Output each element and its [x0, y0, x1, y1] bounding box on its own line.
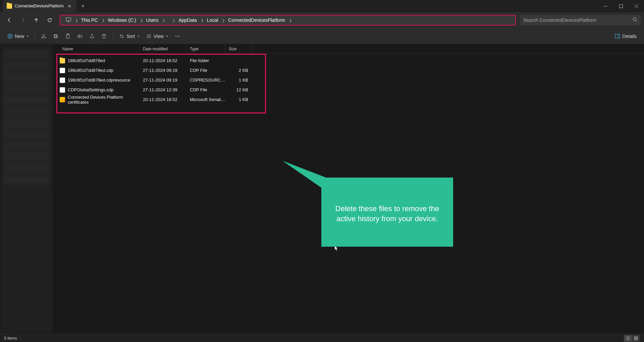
file-date: 20-11-2024 16:52	[140, 97, 186, 102]
close-window-button[interactable]	[629, 0, 644, 12]
search-box[interactable]	[520, 15, 641, 26]
sort-label: Sort	[126, 34, 135, 39]
svg-rect-4	[66, 18, 71, 21]
breadcrumb-segment[interactable]: Local	[204, 16, 221, 24]
window-tab[interactable]: ConnectedDevicesPlatform ✕	[3, 0, 76, 12]
file-name: 198c8f1d7dd878ed.cdp	[68, 68, 113, 73]
column-headers: ⌃ Name Date modified Type Size	[53, 44, 644, 54]
file-size: 2 KB	[225, 68, 252, 73]
svg-rect-18	[66, 34, 69, 38]
svg-line-15	[42, 34, 45, 37]
cursor-icon	[335, 246, 339, 252]
file-type: Microsoft Serialise...	[186, 97, 225, 102]
file-row[interactable]: 198c8f1d7dd878ed20-11-2024 16:52File fol…	[53, 56, 644, 65]
chevron-right-icon[interactable]: ❯	[74, 18, 78, 22]
navigation-bar: ❯ This PC❯ Windows (C:)❯ Users❯ ❯ AppDat…	[0, 12, 644, 28]
file-list-area: ⌃ Name Date modified Type Size 198c8f1d7…	[53, 44, 644, 334]
file-row[interactable]: CDPGlobalSettings.cdp27-11-2024 12:39CDP…	[53, 85, 644, 95]
file-row[interactable]: 198c8f1d7dd878ed.cdp27-11-2024 09:19CDP …	[53, 65, 644, 75]
file-name: CDPGlobalSettings.cdp	[68, 87, 114, 92]
refresh-button[interactable]	[44, 14, 56, 26]
tab-close-button[interactable]: ✕	[66, 3, 73, 9]
up-button[interactable]	[30, 14, 42, 26]
file-size: 1 KB	[225, 97, 252, 102]
tab-title: ConnectedDevicesPlatform	[15, 4, 63, 8]
minimize-button[interactable]	[598, 0, 613, 12]
breadcrumb-segment[interactable]: AppData	[176, 16, 199, 24]
status-bar: 5 items	[0, 334, 644, 342]
svg-rect-16	[54, 35, 57, 37]
new-tab-button[interactable]: +	[76, 3, 89, 9]
svg-line-14	[43, 34, 45, 37]
separator	[113, 32, 113, 40]
details-pane-button[interactable]: Details	[612, 31, 639, 42]
column-header-date[interactable]: Date modified	[140, 44, 186, 53]
file-type: File folder	[186, 58, 225, 63]
command-bar: New ▾ Sort ▾ View ▾ Details	[0, 28, 644, 44]
details-view-toggle[interactable]	[624, 335, 632, 342]
breadcrumb-segment[interactable]: Windows (C:)	[105, 16, 139, 24]
breadcrumb-segment-redacted[interactable]	[166, 19, 171, 21]
rename-button[interactable]	[74, 31, 85, 42]
pc-icon[interactable]	[63, 16, 74, 25]
more-button[interactable]	[172, 31, 183, 42]
annotation-text: Delete these files to remove the active …	[321, 178, 453, 224]
file-date: 27-11-2024 09:19	[140, 78, 186, 83]
view-label: View	[154, 34, 164, 39]
chevron-right-icon[interactable]: ❯	[221, 18, 225, 22]
annotation-callout: Delete these files to remove the active …	[321, 178, 453, 247]
main-area: ⌃ Name Date modified Type Size 198c8f1d7…	[0, 44, 644, 334]
svg-point-13	[44, 37, 46, 38]
back-button[interactable]	[3, 14, 15, 26]
share-button[interactable]	[87, 31, 97, 42]
forward-button[interactable]	[17, 14, 29, 26]
sort-indicator-icon: ⌃	[95, 44, 97, 47]
svg-point-27	[179, 36, 179, 36]
breadcrumb-segment[interactable]: Users	[144, 16, 161, 24]
svg-rect-38	[636, 339, 638, 340]
chevron-right-icon[interactable]: ❯	[162, 18, 166, 22]
new-label: New	[15, 34, 24, 39]
svg-rect-28	[615, 34, 620, 38]
sort-button[interactable]: Sort ▾	[116, 31, 142, 42]
file-list: 198c8f1d7dd878ed20-11-2024 16:52File fol…	[53, 54, 644, 104]
new-button[interactable]: New ▾	[5, 31, 31, 42]
svg-point-25	[175, 36, 176, 36]
breadcrumb-segment[interactable]: ConnectedDevicesPlatform	[225, 16, 288, 24]
chevron-right-icon[interactable]: ❯	[172, 18, 176, 22]
separator	[20, 336, 20, 341]
cert-icon	[60, 97, 65, 102]
search-input[interactable]	[523, 17, 630, 23]
cut-button[interactable]	[38, 31, 49, 42]
paste-button[interactable]	[62, 31, 73, 42]
view-button[interactable]: View ▾	[144, 31, 171, 42]
svg-line-8	[636, 20, 637, 22]
svg-point-7	[633, 18, 636, 21]
file-date: 27-11-2024 12:39	[140, 87, 186, 92]
column-header-size[interactable]: Size	[225, 44, 252, 53]
chevron-right-icon[interactable]: ❯	[101, 18, 105, 22]
file-row[interactable]: Connected Devices Platform certificates2…	[53, 95, 644, 104]
thumbnails-view-toggle[interactable]	[632, 335, 640, 342]
details-label: Details	[622, 34, 637, 39]
navigation-pane[interactable]	[0, 44, 53, 334]
search-icon[interactable]	[633, 17, 637, 23]
view-mode-toggles	[624, 335, 640, 342]
chevron-right-icon[interactable]: ❯	[288, 18, 292, 22]
file-name: 198c8f1d7dd878ed	[68, 58, 105, 63]
breadcrumb-segment[interactable]: This PC	[78, 16, 101, 24]
chevron-right-icon[interactable]: ❯	[140, 18, 144, 22]
delete-button[interactable]	[99, 31, 109, 42]
svg-rect-20	[78, 35, 82, 37]
column-header-type[interactable]: Type	[186, 44, 225, 53]
file-type: CDP File	[186, 87, 225, 92]
title-bar: ConnectedDevicesPlatform ✕ +	[0, 0, 644, 12]
copy-button[interactable]	[50, 31, 61, 42]
file-row[interactable]: 198c8f1d7dd878ed.cdpresource27-11-2024 0…	[53, 75, 644, 85]
separator	[35, 32, 35, 40]
column-header-name[interactable]: ⌃ Name	[53, 44, 140, 53]
svg-point-26	[177, 36, 178, 36]
chevron-right-icon[interactable]: ❯	[200, 18, 204, 22]
maximize-button[interactable]	[613, 0, 629, 12]
address-bar[interactable]: ❯ This PC❯ Windows (C:)❯ Users❯ ❯ AppDat…	[60, 15, 516, 26]
